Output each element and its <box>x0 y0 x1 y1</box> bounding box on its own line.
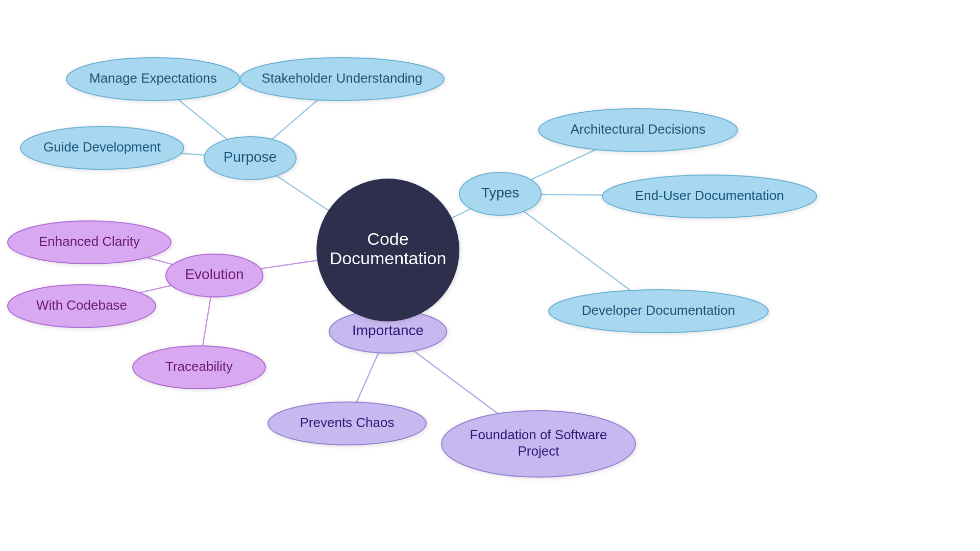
svg-text:Guide Development: Guide Development <box>43 139 161 155</box>
svg-text:Purpose: Purpose <box>224 149 277 165</box>
svg-text:Code: Code <box>367 229 408 248</box>
svg-text:With Codebase: With Codebase <box>36 297 127 313</box>
svg-text:Traceability: Traceability <box>165 359 233 374</box>
svg-text:Stakeholder Understanding: Stakeholder Understanding <box>261 70 422 86</box>
svg-text:Evolution: Evolution <box>185 266 243 282</box>
svg-text:Foundation of Software: Foundation of Software <box>470 427 607 442</box>
mind-map: Manage ExpectationsStakeholder Understan… <box>0 0 980 551</box>
svg-text:Prevents Chaos: Prevents Chaos <box>300 415 395 430</box>
svg-text:Architectural Decisions: Architectural Decisions <box>571 121 705 137</box>
svg-text:End-User Documentation: End-User Documentation <box>635 188 784 203</box>
svg-text:Manage Expectations: Manage Expectations <box>89 70 217 86</box>
svg-text:Documentation: Documentation <box>330 248 447 268</box>
svg-text:Types: Types <box>481 185 520 201</box>
svg-text:Importance: Importance <box>352 322 424 338</box>
svg-text:Developer Documentation: Developer Documentation <box>582 303 736 318</box>
svg-text:Project: Project <box>518 443 560 459</box>
svg-text:Enhanced Clarity: Enhanced Clarity <box>39 234 140 249</box>
